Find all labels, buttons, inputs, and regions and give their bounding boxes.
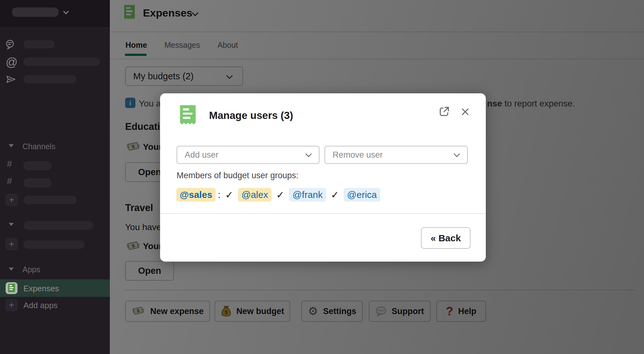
modal-footer-divider: [160, 213, 486, 214]
channels-section-header[interactable]: Channels: [22, 142, 56, 151]
close-icon[interactable]: [460, 107, 470, 117]
check-icon: ✓: [331, 189, 339, 201]
user-mention-tag[interactable]: @frank: [289, 188, 326, 202]
chevron-down-icon: [454, 151, 460, 157]
add-apps-plus-icon[interactable]: +: [5, 299, 18, 311]
sidebar-item-expenses[interactable]: Expenses: [0, 279, 110, 297]
add-channel-label-placeholder[interactable]: [23, 196, 76, 204]
sidebar-item-add-apps[interactable]: Add apps: [23, 301, 58, 310]
expenses-app-icon: [180, 105, 196, 125]
dms-section-placeholder[interactable]: [23, 221, 94, 230]
expenses-app-icon: [6, 282, 17, 294]
open-external-icon[interactable]: [439, 106, 450, 117]
members-label: Members of budget user groups:: [177, 171, 298, 180]
workspace-header: [0, 0, 110, 28]
user-mention-tag[interactable]: @erica: [344, 188, 380, 202]
remove-user-select[interactable]: Remove user: [324, 146, 468, 164]
add-dm-plus-icon[interactable]: +: [5, 238, 18, 250]
workspace-name-placeholder[interactable]: [12, 7, 59, 17]
manage-users-modal: Manage users (3) Add user Remove user Me…: [160, 93, 486, 262]
check-icon: ✓: [225, 189, 233, 201]
workspace-sidebar: @ Channels # # + + Apps Expenses + Add a…: [0, 0, 110, 354]
check-icon: ✓: [276, 189, 284, 201]
members-row: @sales : ✓ @alex ✓ @frank ✓ @erica: [176, 188, 380, 202]
add-user-placeholder: Add user: [185, 150, 218, 160]
user-mention-tag[interactable]: @alex: [238, 188, 272, 202]
add-channel-plus-icon[interactable]: +: [5, 194, 18, 206]
colon-text: :: [218, 189, 220, 200]
remove-user-placeholder: Remove user: [333, 150, 383, 160]
dms-collapse-icon[interactable]: [9, 223, 14, 226]
apps-collapse-icon[interactable]: [9, 268, 14, 271]
mentions-icon[interactable]: @: [6, 56, 18, 69]
chevron-down-icon: [305, 151, 312, 157]
send-icon[interactable]: [6, 74, 16, 84]
threads-icon[interactable]: [5, 39, 16, 50]
user-group-tag[interactable]: @sales: [176, 188, 216, 202]
add-dm-label-placeholder[interactable]: [23, 240, 85, 249]
channel-hash-icon[interactable]: #: [7, 176, 12, 186]
apps-section-header[interactable]: Apps: [22, 265, 40, 274]
modal-title: Manage users (3): [209, 110, 293, 121]
channel-hash-icon[interactable]: #: [7, 159, 12, 169]
channel-name-placeholder[interactable]: [23, 161, 51, 170]
workspace-chevron-down-icon[interactable]: [63, 8, 69, 14]
add-user-select[interactable]: Add user: [177, 146, 320, 164]
channels-collapse-icon[interactable]: [9, 144, 14, 147]
mentions-label-placeholder[interactable]: [23, 57, 100, 66]
channel-name-placeholder[interactable]: [23, 178, 51, 188]
sidebar-item-label: Expenses: [23, 284, 59, 293]
dms-label-placeholder[interactable]: [23, 75, 76, 83]
threads-label-placeholder[interactable]: [23, 40, 55, 48]
back-button[interactable]: « Back: [421, 227, 471, 249]
